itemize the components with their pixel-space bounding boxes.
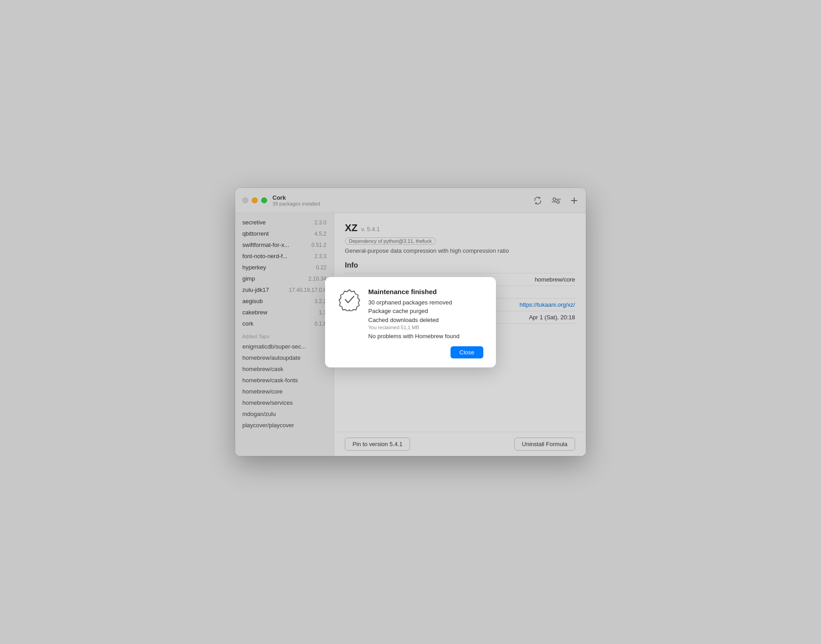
modal-icon <box>338 288 361 311</box>
maintenance-modal: Maintenance finished 30 orphaned package… <box>325 277 496 367</box>
main-window: Cork 39 packages installed <box>235 188 586 456</box>
close-modal-button[interactable]: Close <box>451 346 483 358</box>
modal-title: Maintenance finished <box>368 288 483 295</box>
modal-content: Maintenance finished 30 orphaned package… <box>368 288 483 358</box>
modal-overlay: Maintenance finished 30 orphaned package… <box>235 188 586 456</box>
modal-footer: Close <box>368 346 483 358</box>
modal-line-4: No problems with Homebrew found <box>368 332 483 341</box>
modal-line-1: 30 orphaned packages removed <box>368 298 483 307</box>
modal-line-2: Package cache purged <box>368 307 483 316</box>
modal-sub-3: You reclaimed 51,1 MB <box>368 325 483 330</box>
modal-line-3: Cached downloads deleted <box>368 316 483 325</box>
